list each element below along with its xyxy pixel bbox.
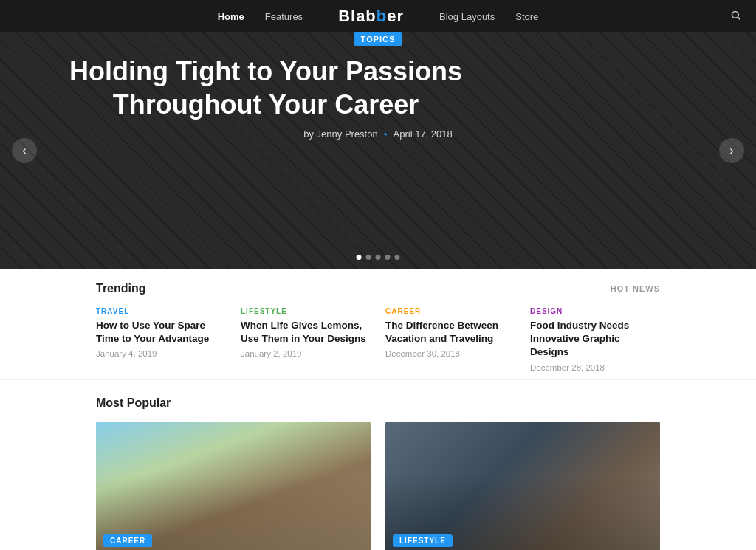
- hero-dot-2[interactable]: [366, 255, 371, 260]
- trending-item[interactable]: CAREER The Difference Between Vacation a…: [385, 307, 515, 372]
- logo-accent: b: [377, 7, 387, 25]
- trending-title: Trending: [96, 282, 146, 295]
- hero-author: by Jenny Preston: [303, 128, 377, 140]
- trending-category: TRAVEL: [96, 307, 226, 315]
- popular-card[interactable]: CAREER What Keeps Us Going: Find Your Wa…: [96, 422, 371, 550]
- hero-slider: ‹ TOPICS Holding Tight to Your Passions …: [0, 32, 756, 269]
- trending-item-date: December 28, 2018: [530, 363, 660, 372]
- hero-dot-4[interactable]: [385, 255, 391, 260]
- hero-prev-button[interactable]: ‹: [12, 138, 37, 163]
- hero-dot-3[interactable]: [376, 255, 381, 260]
- svg-line-1: [738, 17, 740, 19]
- hero-title: Holding Tight to Your Passions Throughou…: [44, 55, 487, 121]
- nav-links: Home Features Blabber Blog Layouts Store: [218, 7, 539, 26]
- trending-item[interactable]: LIFESTYLE When Life Gives Lemons, Use Th…: [241, 307, 371, 372]
- trending-item-title: Food Industry Needs Innovative Graphic D…: [530, 319, 660, 360]
- hero-meta: by Jenny Preston ● April 17, 2018: [44, 128, 712, 140]
- trending-item-title: When Life Gives Lemons, Use Them in Your…: [241, 319, 371, 346]
- most-popular-section: Most Popular CAREER What Keeps Us Going:…: [0, 380, 756, 550]
- popular-card-image: CAREER: [96, 422, 371, 550]
- trending-item-date: January 2, 2019: [241, 349, 371, 358]
- most-popular-title: Most Popular: [96, 396, 660, 410]
- hero-content: TOPICS Holding Tight to Your Passions Th…: [0, 32, 756, 140]
- hero-next-button[interactable]: ›: [719, 138, 744, 163]
- nav-home[interactable]: Home: [218, 11, 244, 22]
- trending-item-title: How to Use Your Spare Time to Your Advan…: [96, 319, 226, 346]
- trending-item[interactable]: TRAVEL How to Use Your Spare Time to You…: [96, 307, 226, 372]
- trending-category: DESIGN: [530, 307, 660, 315]
- trending-item[interactable]: DESIGN Food Industry Needs Innovative Gr…: [530, 307, 660, 372]
- site-logo: Blabber: [338, 7, 404, 26]
- trending-section: Trending HOT NEWS TRAVEL How to Use Your…: [0, 269, 756, 380]
- navigation: Home Features Blabber Blog Layouts Store: [0, 0, 756, 32]
- hot-news-label: HOT NEWS: [611, 284, 660, 293]
- hero-dots: [357, 255, 400, 260]
- hero-topics-badge: TOPICS: [354, 32, 403, 46]
- card-image-bg: [385, 422, 660, 550]
- trending-item-title: The Difference Between Vacation and Trav…: [385, 319, 515, 346]
- hero-dot-5[interactable]: [395, 255, 400, 260]
- trending-category: CAREER: [385, 307, 515, 315]
- card-category-badge: CAREER: [103, 534, 152, 547]
- popular-card[interactable]: LIFESTYLE There Is No Way People Can Tak…: [385, 422, 660, 550]
- hero-date: April 17, 2018: [394, 128, 453, 140]
- trending-item-date: January 4, 2019: [96, 349, 226, 358]
- trending-header: Trending HOT NEWS: [96, 282, 660, 295]
- nav-blog-layouts[interactable]: Blog Layouts: [439, 11, 495, 22]
- popular-card-image: LIFESTYLE: [385, 422, 660, 550]
- trending-category: LIFESTYLE: [241, 307, 371, 315]
- hero-dot-1[interactable]: [357, 255, 362, 260]
- hero-dot-separator: ●: [384, 131, 388, 137]
- card-category-badge: LIFESTYLE: [393, 534, 453, 547]
- search-icon[interactable]: [730, 10, 741, 24]
- nav-features[interactable]: Features: [265, 11, 303, 22]
- popular-grid: CAREER What Keeps Us Going: Find Your Wa…: [96, 422, 660, 550]
- trending-grid: TRAVEL How to Use Your Spare Time to You…: [96, 307, 660, 372]
- nav-store[interactable]: Store: [515, 11, 538, 22]
- card-image-bg: [96, 422, 371, 550]
- trending-item-date: December 30, 2018: [385, 349, 515, 358]
